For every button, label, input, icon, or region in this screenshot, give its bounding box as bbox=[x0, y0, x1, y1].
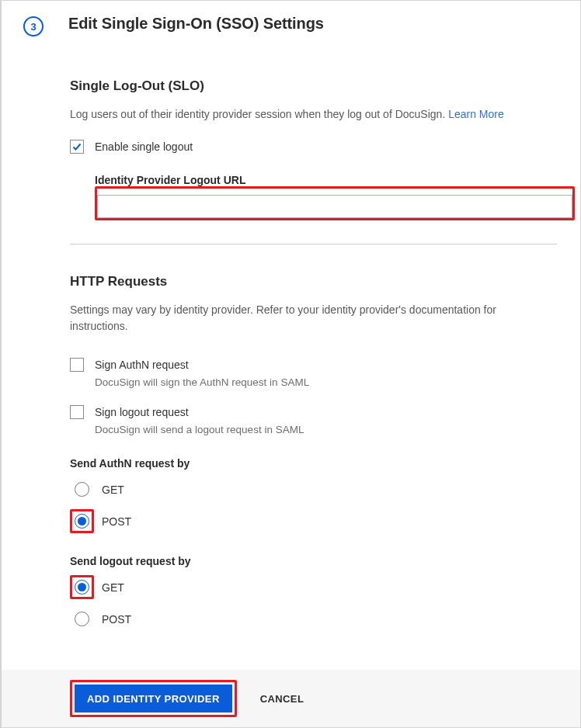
send-logout-label: Send logout request by bbox=[70, 555, 557, 567]
send-authn-post-radio[interactable] bbox=[75, 514, 89, 529]
sign-authn-checkbox[interactable] bbox=[70, 358, 84, 372]
sign-authn-label: Sign AuthN request bbox=[95, 359, 189, 371]
sign-authn-block: Sign AuthN request DocuSign will sign th… bbox=[70, 358, 557, 388]
send-authn-get-row[interactable]: GET bbox=[70, 477, 557, 501]
sso-settings-panel: 3 Edit Single Sign-On (SSO) Settings Sin… bbox=[0, 0, 581, 728]
sign-logout-checkbox[interactable] bbox=[70, 405, 84, 419]
footer-bar: ADD IDENTITY PROVIDER CANCEL bbox=[2, 670, 580, 727]
sign-authn-hint: DocuSign will sign the AuthN request in … bbox=[95, 376, 557, 388]
slo-description: Log users out of their identity provider… bbox=[70, 106, 557, 123]
sign-authn-row[interactable]: Sign AuthN request bbox=[70, 358, 557, 372]
send-authn-label: Send AuthN request by bbox=[70, 457, 557, 470]
send-authn-post-highlight bbox=[70, 509, 94, 533]
add-identity-provider-button[interactable]: ADD IDENTITY PROVIDER bbox=[75, 685, 232, 712]
sign-logout-label: Sign logout request bbox=[95, 406, 189, 418]
send-authn-post-label: POST bbox=[102, 515, 131, 528]
sign-logout-block: Sign logout request DocuSign will send a… bbox=[70, 405, 557, 435]
header-row: 3 Edit Single Sign-On (SSO) Settings bbox=[2, 1, 580, 36]
logout-url-block: Identity Provider Logout URL bbox=[95, 174, 557, 220]
http-description: Settings may vary by identity provider. … bbox=[70, 302, 557, 335]
send-logout-post-label: POST bbox=[102, 613, 131, 626]
checkmark-icon bbox=[71, 141, 82, 152]
send-logout-get-row[interactable]: GET bbox=[70, 575, 557, 599]
enable-slo-label: Enable single logout bbox=[95, 140, 193, 153]
radio-wrap bbox=[70, 607, 94, 631]
send-logout-get-radio[interactable] bbox=[75, 580, 89, 595]
send-authn-get-radio[interactable] bbox=[75, 482, 89, 497]
page-title: Edit Single Sign-On (SSO) Settings bbox=[68, 15, 324, 33]
learn-more-link[interactable]: Learn More bbox=[448, 108, 504, 120]
send-logout-post-row[interactable]: POST bbox=[70, 607, 557, 631]
sign-logout-row[interactable]: Sign logout request bbox=[70, 405, 557, 419]
send-logout-get-highlight bbox=[70, 575, 94, 599]
section-divider bbox=[70, 244, 557, 244]
slo-heading: Single Log-Out (SLO) bbox=[70, 78, 557, 94]
sign-logout-hint: DocuSign will send a logout request in S… bbox=[95, 424, 557, 435]
enable-slo-checkbox[interactable] bbox=[70, 140, 84, 154]
step-number-badge: 3 bbox=[23, 16, 43, 36]
add-idp-highlight: ADD IDENTITY PROVIDER bbox=[70, 680, 237, 717]
logout-url-label: Identity Provider Logout URL bbox=[95, 174, 557, 186]
content-area: Single Log-Out (SLO) Log users out of th… bbox=[2, 78, 580, 631]
logout-url-input[interactable] bbox=[97, 195, 572, 218]
enable-slo-row[interactable]: Enable single logout bbox=[70, 140, 557, 154]
logout-url-highlight bbox=[95, 186, 575, 220]
cancel-button[interactable]: CANCEL bbox=[256, 692, 309, 705]
http-heading: HTTP Requests bbox=[70, 274, 557, 289]
send-logout-get-label: GET bbox=[102, 581, 124, 594]
radio-wrap bbox=[70, 477, 94, 501]
send-authn-post-row[interactable]: POST bbox=[70, 509, 557, 533]
slo-description-text: Log users out of their identity provider… bbox=[70, 108, 445, 120]
send-logout-post-radio[interactable] bbox=[75, 612, 89, 626]
send-authn-get-label: GET bbox=[102, 484, 124, 496]
